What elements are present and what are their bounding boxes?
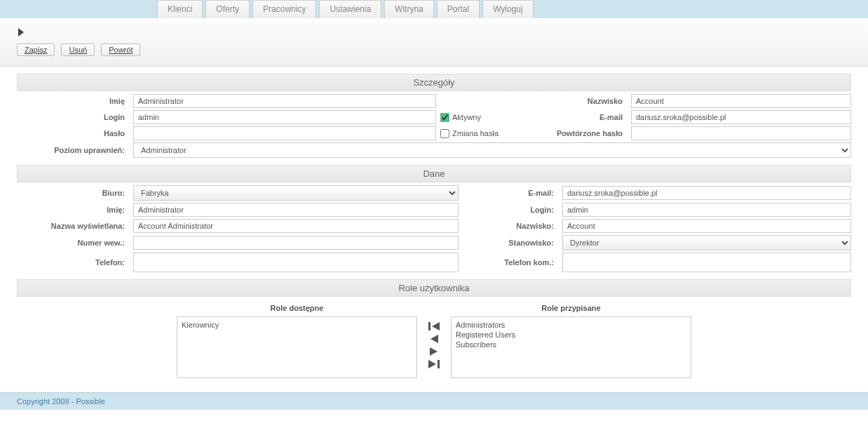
- nav-tab-wyloguj[interactable]: Wyloguj: [482, 0, 534, 18]
- list-item[interactable]: Subscribers: [454, 340, 688, 349]
- list-item[interactable]: Administrators: [454, 320, 688, 330]
- input-haslo[interactable]: [133, 126, 436, 140]
- perm-row: Poziom uprawnień: Administrator: [17, 142, 851, 158]
- input-login[interactable]: [133, 110, 436, 124]
- back-button[interactable]: Powrót: [101, 44, 140, 56]
- label-email: E-mail: [515, 113, 627, 121]
- nav-tab-portal[interactable]: Portal: [437, 0, 480, 18]
- input-powt-haslo[interactable]: [631, 126, 851, 140]
- nav-tab-oferty[interactable]: Oferty: [205, 0, 250, 18]
- expand-arrow-icon[interactable]: [18, 28, 24, 36]
- roles-wrap: Role dostępne Kierownicy Role przypisane…: [17, 300, 851, 378]
- input-nazwisko[interactable]: [631, 94, 851, 108]
- label-poziom: Poziom uprawnień:: [17, 146, 129, 154]
- label-dane-login: Login:: [463, 206, 558, 214]
- move-all-right-icon[interactable]: [427, 359, 441, 370]
- svg-marker-2: [430, 335, 438, 343]
- checkbox-aktywny-wrap: Aktywny: [440, 113, 510, 122]
- save-label: Zapisz: [25, 46, 47, 54]
- input-imie[interactable]: [133, 94, 436, 108]
- svg-marker-4: [428, 360, 436, 368]
- label-telefon-kom: Telefon kom.:: [463, 258, 558, 267]
- move-left-icon[interactable]: [427, 333, 441, 345]
- label-powt-haslo: Powtórzone hasło: [515, 129, 627, 138]
- label-dane-imie: Imię:: [17, 206, 129, 214]
- listbox-assigned-roles[interactable]: Administrators Registered Users Subscrib…: [451, 316, 691, 378]
- svg-marker-1: [432, 322, 440, 330]
- main-content: Szczegóły Imię Nazwisko Login Aktywny E-…: [0, 74, 868, 392]
- input-numer-wew[interactable]: [133, 236, 459, 250]
- label-biuro: Biuro:: [17, 189, 129, 197]
- select-stanowisko[interactable]: Dyrektor: [562, 235, 851, 250]
- move-all-left-icon[interactable]: [427, 321, 441, 332]
- checkbox-zmiana-hasla[interactable]: [440, 129, 449, 138]
- nav-tabs: Klienci Oferty Pracownicy Ustawienia Wit…: [157, 0, 868, 18]
- delete-button[interactable]: Usuń: [61, 44, 95, 56]
- label-login: Login: [17, 113, 129, 121]
- section-header-dane: Dane: [17, 165, 851, 182]
- select-biuro[interactable]: Fabryka: [133, 185, 459, 201]
- move-right-icon[interactable]: [427, 346, 441, 357]
- nav-tab-ustawienia[interactable]: Ustawienia: [319, 0, 381, 18]
- svg-rect-5: [438, 360, 440, 368]
- checkbox-aktywny[interactable]: [440, 113, 449, 122]
- nav-tab-klienci[interactable]: Klienci: [157, 0, 203, 18]
- section-header-details: Szczegóły: [17, 74, 851, 91]
- details-grid: Imię Nazwisko Login Aktywny E-mail Hasło…: [17, 94, 851, 140]
- input-telefon-kom[interactable]: [562, 253, 851, 272]
- checkbox-zmiana-wrap: Zmiana hasła: [440, 129, 510, 138]
- label-nazwa-wysw: Nazwa wyświetlana:: [17, 222, 129, 230]
- input-dane-email[interactable]: [562, 186, 851, 200]
- list-item[interactable]: Kierownicy: [180, 320, 414, 330]
- label-imie: Imię: [17, 97, 129, 105]
- action-band: Zapisz Usuń Powrót: [0, 18, 868, 67]
- label-stanowisko: Stanowisko:: [463, 239, 558, 247]
- footer: Copyright 2008 - Possible: [0, 392, 868, 410]
- roles-assigned-header: Role przypisane: [451, 304, 691, 312]
- label-numer-wew: Numer wew.:: [17, 239, 129, 247]
- input-dane-login[interactable]: [562, 203, 851, 217]
- delete-label: Usuń: [69, 46, 87, 54]
- label-nazwisko: Nazwisko: [515, 97, 627, 105]
- label-telefon: Telefon:: [17, 258, 129, 267]
- top-nav-band: Klienci Oferty Pracownicy Ustawienia Wit…: [0, 0, 868, 18]
- input-telefon[interactable]: [133, 253, 459, 272]
- label-aktywny: Aktywny: [452, 113, 481, 121]
- input-dane-imie[interactable]: [133, 203, 459, 217]
- action-bar: Zapisz Usuń Powrót: [17, 44, 851, 56]
- roles-available-header: Role dostępne: [177, 304, 417, 312]
- dane-grid: Biuro: Fabryka E-mail: Imię: Login: Nazw…: [17, 185, 851, 272]
- nav-tab-witryna[interactable]: Witryna: [384, 0, 434, 18]
- input-dane-nazwisko[interactable]: [562, 219, 851, 233]
- role-move-buttons: [420, 300, 448, 378]
- nav-tab-pracownicy[interactable]: Pracownicy: [252, 0, 316, 18]
- label-zmiana: Zmiana hasła: [452, 129, 499, 138]
- label-dane-nazwisko: Nazwisko:: [463, 222, 558, 230]
- section-header-roles: Role użytkownika: [17, 279, 851, 297]
- list-item[interactable]: Registered Users: [454, 330, 688, 340]
- back-label: Powrót: [109, 46, 133, 54]
- svg-marker-3: [430, 347, 438, 356]
- input-email[interactable]: [631, 110, 851, 124]
- select-poziom[interactable]: Administrator: [133, 142, 851, 158]
- listbox-available-roles[interactable]: Kierownicy: [177, 316, 417, 378]
- input-nazwa-wysw[interactable]: [133, 219, 459, 233]
- label-haslo: Hasło: [17, 129, 129, 138]
- save-button[interactable]: Zapisz: [17, 44, 55, 56]
- svg-rect-0: [428, 322, 430, 330]
- label-dane-email: E-mail:: [463, 189, 558, 197]
